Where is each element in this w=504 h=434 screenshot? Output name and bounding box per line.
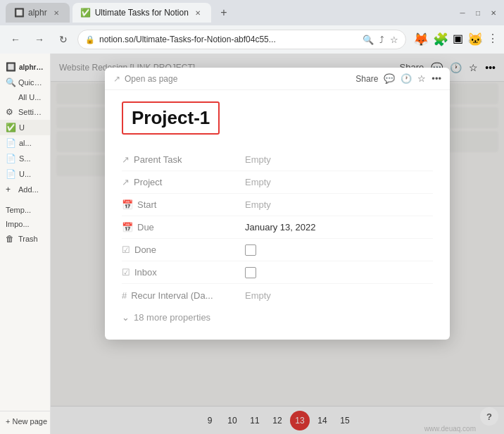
doc-icon2: 📄 [6,154,16,163]
sidebar-item-all[interactable]: All U... [0,90,50,104]
sidebar-item-label: S... [19,154,31,163]
open-as-page-icon: ↗ [113,74,120,84]
watermark: www.deuaq.com [424,425,476,433]
workspace-icon: 🔲 [6,62,16,72]
tab-notion[interactable]: ✅ Ultimate Tasks for Notion ✕ [73,3,211,23]
prop-project-value[interactable]: Empty [245,177,433,187]
prop-project: ↗ Project Empty [122,171,433,194]
address-bar: ← → ↻ 🔒 notion.so/Ultimate-Tasks-for-Not… [0,25,504,54]
new-tab-button[interactable]: + [214,3,234,23]
lock-icon: 🔒 [85,35,95,44]
done-icon: ☑ [122,244,130,255]
more-properties-label: 18 more properties [134,312,210,323]
prop-due-label: 📅 Due [122,222,245,232]
sidebar-item-templates[interactable]: Temp... [0,203,50,217]
sidebar-item-label: Add... [18,185,39,194]
cat-icon[interactable]: 🐱 [467,32,483,47]
modal-comment-icon[interactable]: 💬 [384,73,395,84]
doc-icon: 📄 [6,138,16,148]
tab-alphr[interactable]: 🔲 alphr ✕ [6,3,70,23]
sidebar-item-label: U... [19,170,31,178]
new-page-button[interactable]: + New page [0,414,50,428]
share-url-icon[interactable]: ⤴ [379,35,384,45]
sidebar-item-quick-find[interactable]: 🔍 Quick Find [0,75,50,90]
forward-button[interactable]: → [30,30,49,49]
modal-share-label[interactable]: Share [355,74,378,84]
add-icon: + [6,185,15,194]
sidebar-item-u[interactable]: ✅ U [0,120,50,135]
page-title-box: Project-1 [122,101,220,135]
sidebar-workspace: 🔲 alphrjan's Notion [0,59,50,75]
prop-parent-task-label: ↗ Parent Task [122,154,245,165]
prop-due-value[interactable]: January 13, 2022 [245,222,433,232]
minimize-button[interactable]: ─ [458,8,467,18]
help-button[interactable]: ? [480,407,498,426]
search-icon[interactable]: 🔍 [363,35,374,45]
browser-icons: 🦊 🧩 ▣ 🐱 ⋮ [413,32,498,47]
maximize-button[interactable]: □ [473,8,483,18]
prop-parent-task-value[interactable]: Empty [245,154,433,165]
bookmark-icon[interactable]: ☆ [390,35,398,45]
modal-more-icon[interactable]: ••• [431,73,441,84]
properties-table: ↗ Parent Task Empty ↗ Project [122,149,433,306]
tab-alphr-close[interactable]: ✕ [51,8,61,18]
prop-due: 📅 Due January 13, 2022 [122,216,433,239]
prop-inbox: ☑ Inbox [122,261,433,284]
inbox-icon: ☑ [122,267,130,278]
sidebar-toggle-icon[interactable]: ▣ [453,32,463,47]
sidebar-item-al[interactable]: 📄 al... [0,135,50,151]
modal: ↗ Open as page Share 💬 🕐 ☆ ••• [105,68,450,340]
sidebar-item-label: Trash [18,235,38,243]
prop-done: ☑ Done [122,239,433,261]
close-button[interactable]: ✕ [489,8,498,18]
sidebar-item-settings[interactable]: ⚙ Settin... [0,104,50,120]
modal-overlay: ↗ Open as page Share 💬 🕐 ☆ ••• [51,54,504,434]
more-properties-button[interactable]: ⌄ 18 more properties [122,306,433,328]
window-controls: ─ □ ✕ [458,8,498,18]
sidebar-item-label: al... [19,139,32,147]
modal-body: Project-1 ↗ Parent Task Empty [105,90,450,340]
prop-project-label: ↗ Project [122,177,245,187]
sidebar-item-u2[interactable]: 📄 U... [0,166,50,182]
recur-icon: # [122,290,127,301]
sidebar-item-s[interactable]: 📄 S... [0,151,50,166]
back-button[interactable]: ← [6,30,25,49]
new-page-label: + New page [6,417,47,426]
sidebar-item-label: Impo... [6,220,30,228]
sidebar-item-add[interactable]: + Add... [0,182,50,197]
prop-start-value[interactable]: Empty [245,199,433,210]
parent-task-icon: ↗ [122,154,130,165]
sidebar-item-import[interactable]: Impo... [0,217,50,231]
check-icon: ✅ [6,123,16,132]
url-bar-icons: 🔍 ⤴ ☆ [363,35,398,45]
prop-start: 📅 Start Empty [122,194,433,216]
page-title: Project-1 [132,107,210,128]
tab-alphr-icon: 🔲 [14,8,24,18]
modal-bookmark-icon[interactable]: ☆ [417,73,426,84]
sidebar-item-label: Settin... [18,108,44,116]
tab-notion-close[interactable]: ✕ [193,8,203,18]
sidebar-item-label: Quick Find [18,78,44,87]
modal-history-icon[interactable]: 🕐 [401,73,412,84]
sidebar-item-trash[interactable]: 🗑 Trash [0,231,50,247]
puzzle-icon[interactable]: 🧩 [433,32,448,47]
tab-notion-label: Ultimate Tasks for Notion [95,8,189,18]
menu-icon[interactable]: ⋮ [487,32,498,47]
title-bar: 🔲 alphr ✕ ✅ Ultimate Tasks for Notion ✕ … [0,0,504,25]
open-as-page-label[interactable]: Open as page [125,74,177,84]
url-bar[interactable]: 🔒 notion.so/Ultimate-Tasks-for-Notion-ab… [77,30,406,49]
prop-inbox-label: ☑ Inbox [122,267,245,278]
url-text: notion.so/Ultimate-Tasks-for-Notion-abf0… [99,35,358,44]
project-icon: ↗ [122,177,130,187]
modal-header-right: Share 💬 🕐 ☆ ••• [355,73,441,84]
prop-recur-label: # Recur Interval (Da... [122,290,245,301]
reload-button[interactable]: ↻ [53,30,73,49]
prop-done-checkbox[interactable] [245,244,256,256]
prop-start-label: 📅 Start [122,199,245,210]
prop-recur-value[interactable]: Empty [245,290,433,301]
fox-icon[interactable]: 🦊 [413,32,429,47]
prop-inbox-checkbox[interactable] [245,267,256,278]
modal-header-left: ↗ Open as page [113,74,177,84]
main-area: Website Redesign [LINK PROJECT] Share 💬 … [51,54,504,434]
sidebar-item-label: All U... [18,93,41,101]
